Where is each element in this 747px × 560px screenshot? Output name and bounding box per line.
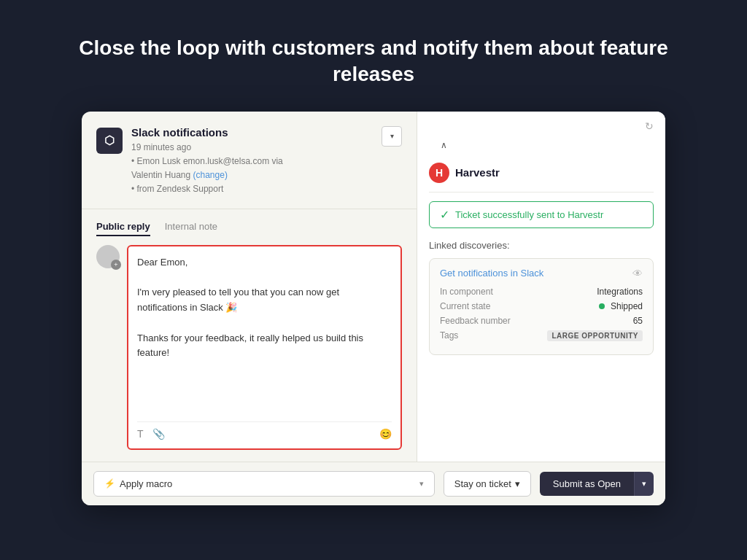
tag-badge: LARGE OPPORTUNITY: [547, 330, 643, 341]
toolbar-left: T 📎: [137, 428, 165, 440]
bolt-icon: ⚡: [104, 478, 115, 489]
feedback-number-label: Feedback number: [440, 316, 511, 326]
editor-toolbar: T 📎 😊: [137, 421, 392, 440]
success-text: Ticket successfully sent to Harvestr: [455, 209, 603, 220]
left-panel: ⬡ Slack notifications 19 minutes ago • E…: [82, 112, 417, 462]
refresh-icon[interactable]: ↻: [645, 120, 654, 132]
success-banner: ✓ Ticket successfully sent to Harvestr: [429, 201, 654, 228]
harvestr-divider: [429, 192, 654, 192]
eye-icon[interactable]: 👁: [632, 268, 643, 279]
macro-label: Apply macro: [120, 478, 172, 489]
ticket-title: Slack notifications: [131, 126, 373, 139]
ticket-from: • Emon Lusk emon.lusk@telsa.com via: [131, 156, 283, 166]
tags-label: Tags: [440, 330, 458, 341]
linked-discoveries-label: Linked discoveries:: [429, 240, 654, 251]
feedback-number-value: 65: [633, 316, 643, 326]
chevron-down-icon: ▾: [419, 479, 424, 489]
ticket-source: • from Zendesk Support: [131, 184, 223, 194]
discovery-row-feedback: Feedback number 65: [440, 316, 643, 326]
editor-box[interactable]: Dear Emon, I'm very pleased to tell you …: [127, 245, 402, 450]
current-state-label: Current state: [440, 301, 490, 311]
harvestr-section: H Harvestr ✓ Ticket successfully sent to…: [417, 154, 665, 364]
discovery-card: Get notifications in Slack 👁 In componen…: [429, 258, 654, 355]
submit-dropdown-button[interactable]: ▾: [634, 472, 654, 496]
main-card: ⬡ Slack notifications 19 minutes ago • E…: [82, 112, 665, 505]
avatar-plus-icon: +: [111, 260, 121, 270]
ticket-time: 19 minutes ago: [131, 142, 191, 152]
reply-row: + Dear Emon, I'm very pleased to tell yo…: [96, 245, 402, 450]
editor-content[interactable]: Dear Emon, I'm very pleased to tell you …: [137, 255, 392, 416]
card-footer: ⚡ Apply macro ▾ Stay on ticket ▾ Submit …: [82, 462, 665, 505]
ticket-meta: 19 minutes ago • Emon Lusk emon.lusk@tel…: [131, 141, 373, 197]
ticket-header: ⬡ Slack notifications 19 minutes ago • E…: [82, 112, 417, 209]
editor-line3: Thanks for your feedback, it really help…: [137, 331, 392, 362]
discovery-row-tags: Tags LARGE OPPORTUNITY: [440, 330, 643, 341]
success-check-icon: ✓: [440, 208, 449, 222]
ticket-info: Slack notifications 19 minutes ago • Emo…: [131, 126, 373, 197]
stay-on-ticket-label: Stay on ticket: [454, 478, 511, 489]
harvestr-logo-icon: H: [429, 163, 449, 183]
right-panel: ↻ ∧ H Harvestr ✓ Ticket successfully sen…: [417, 112, 665, 462]
ticket-via: Valentin Huang: [131, 170, 190, 180]
tab-internal-note[interactable]: Internal note: [165, 221, 217, 236]
harvestr-header: H Harvestr: [429, 163, 654, 183]
reply-area: Public reply Internal note + Dear Emon, …: [82, 209, 417, 462]
discovery-row-state: Current state Shipped: [440, 301, 643, 311]
hero-title: Close the loop with customers and notify…: [0, 0, 747, 112]
apply-macro-button[interactable]: ⚡ Apply macro ▾: [93, 471, 435, 497]
editor-line1: Dear Emon,: [137, 255, 392, 271]
discovery-row-component: In component Integrations: [440, 287, 643, 297]
macro-left: ⚡ Apply macro: [104, 478, 172, 489]
ticket-logo-icon: ⬡: [96, 128, 123, 154]
in-component-label: In component: [440, 287, 493, 297]
discovery-title[interactable]: Get notifications in Slack: [440, 268, 543, 279]
stay-chevron-icon: ▾: [515, 478, 520, 489]
editor-line2: I'm very pleased to tell you that you ca…: [137, 285, 392, 316]
text-format-icon[interactable]: T: [137, 428, 144, 440]
discovery-header: Get notifications in Slack 👁: [440, 268, 643, 279]
card-body: ⬡ Slack notifications 19 minutes ago • E…: [82, 112, 665, 462]
collapse-button[interactable]: ∧: [429, 134, 459, 150]
avatar: +: [96, 245, 120, 268]
submit-group: Submit as Open ▾: [540, 472, 654, 496]
in-component-value: Integrations: [597, 287, 643, 297]
tab-public-reply[interactable]: Public reply: [96, 221, 150, 236]
reply-tabs: Public reply Internal note: [96, 221, 402, 236]
emoji-icon[interactable]: 😊: [379, 428, 392, 440]
harvestr-name: Harvestr: [455, 166, 500, 179]
stay-on-ticket-button[interactable]: Stay on ticket ▾: [444, 471, 531, 497]
status-dot-icon: [599, 303, 605, 309]
submit-button[interactable]: Submit as Open: [540, 472, 634, 496]
current-state-value: Shipped: [599, 301, 643, 311]
attach-icon[interactable]: 📎: [152, 428, 165, 440]
change-link[interactable]: (change): [193, 170, 228, 180]
ticket-dropdown-button[interactable]: ▾: [382, 126, 402, 147]
